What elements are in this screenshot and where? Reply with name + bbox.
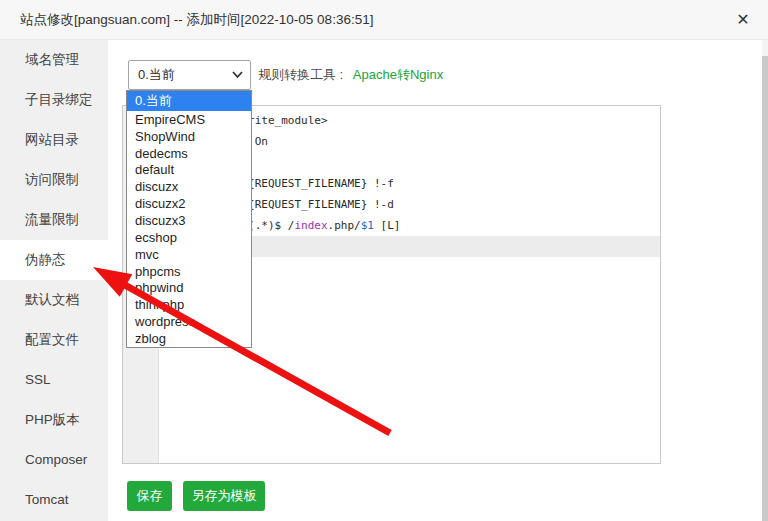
dialog-titlebar: 站点修改[pangsuan.com] -- 添加时间[2022-10-05 08… [0,0,768,40]
sidebar-item-access-limit[interactable]: 访问限制 [0,160,108,200]
code-token: $1 [361,219,374,232]
close-icon[interactable]: ✕ [726,0,760,39]
dropdown-option[interactable]: EmpireCMS [127,111,251,128]
sidebar-item-subdir-bind[interactable]: 子目录绑定 [0,80,108,120]
apache-to-nginx-link[interactable]: Apache转Nginx [353,67,443,82]
template-dropdown-list: 0.当前EmpireCMSShopWinddedecmsdefaultdiscu… [126,90,252,348]
sidebar-item-site-dir[interactable]: 网站目录 [0,120,108,160]
sidebar-item-tomcat[interactable]: Tomcat [0,480,108,520]
sidebar-item-config-file[interactable]: 配置文件 [0,320,108,360]
conversion-tool-row: 规则转换工具 : Apache转Nginx [258,60,443,90]
dropdown-option[interactable]: zblog [127,330,251,347]
dropdown-option[interactable]: wordpress [127,313,251,330]
sidebar: 域名管理子目录绑定网站目录访问限制流量限制伪静态默认文档配置文件SSLPHP版本… [0,40,108,521]
sidebar-item-ssl[interactable]: SSL [0,360,108,400]
chevron-down-icon [232,71,243,79]
sidebar-item-traffic-limit[interactable]: 流量限制 [0,200,108,240]
dropdown-option[interactable]: 0.当前 [127,91,251,111]
site-modify-dialog: 站点修改[pangsuan.com] -- 添加时间[2022-10-05 08… [0,0,768,521]
sidebar-item-rewrite[interactable]: 伪静态 [0,240,108,280]
sidebar-item-composer[interactable]: Composer [0,440,108,480]
scrollbar-thumb[interactable] [762,56,768,521]
save-as-template-button[interactable]: 另存为模板 [183,481,265,511]
sidebar-item-domain-manage[interactable]: 域名管理 [0,40,108,80]
dropdown-option[interactable]: phpcms [127,263,251,280]
code-token: .php/ [328,219,361,232]
sidebar-item-default-doc[interactable]: 默认文档 [0,280,108,320]
dropdown-option[interactable]: default [127,161,251,178]
dropdown-option[interactable]: mvc [127,246,251,263]
save-button[interactable]: 保存 [127,481,172,511]
dropdown-option[interactable]: phpwind [127,279,251,296]
code-token: [L] [374,219,401,232]
template-select-value: 0.当前 [138,61,175,89]
conversion-tool-label: 规则转换工具 : [258,67,343,82]
dropdown-option[interactable]: thinkphp [127,296,251,313]
code-token: index [294,219,327,232]
dropdown-option[interactable]: discuzx2 [127,195,251,212]
dropdown-option[interactable]: discuzx [127,178,251,195]
dropdown-option[interactable]: discuzx3 [127,212,251,229]
dropdown-option[interactable]: ecshop [127,229,251,246]
template-select[interactable]: 0.当前 [128,60,251,90]
dropdown-option[interactable]: ShopWind [127,128,251,145]
dropdown-option[interactable]: dedecms [127,145,251,162]
dialog-title: 站点修改[pangsuan.com] -- 添加时间[2022-10-05 08… [20,0,373,39]
sidebar-item-php-version[interactable]: PHP版本 [0,400,108,440]
